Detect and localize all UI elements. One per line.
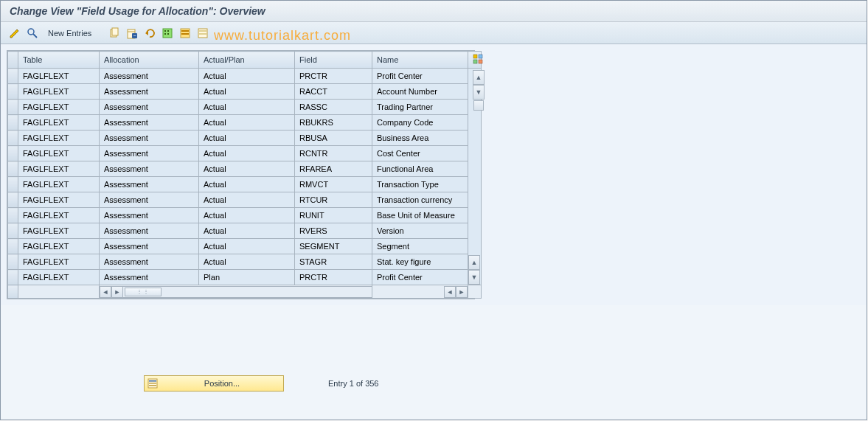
cell-allocation[interactable]: Assessment bbox=[100, 270, 199, 285]
vscroll-down-button[interactable]: ▼ bbox=[473, 85, 485, 100]
cell-field[interactable]: RUNIT bbox=[295, 208, 372, 223]
cell-name[interactable]: Trading Partner bbox=[372, 100, 468, 115]
row-selector[interactable] bbox=[8, 146, 18, 161]
column-header-table[interactable]: Table bbox=[18, 52, 100, 69]
cell-actual-plan[interactable]: Actual bbox=[199, 69, 295, 84]
cell-field[interactable]: RTCUR bbox=[295, 192, 372, 208]
cell-name[interactable]: Version bbox=[372, 223, 468, 239]
cell-name[interactable]: Cost Center bbox=[372, 146, 468, 161]
cell-table[interactable]: FAGLFLEXT bbox=[18, 69, 100, 84]
cell-actual-plan[interactable]: Actual bbox=[199, 223, 295, 239]
cell-table[interactable]: FAGLFLEXT bbox=[18, 100, 100, 115]
vscroll-thumb[interactable] bbox=[473, 100, 484, 111]
cell-name[interactable]: Business Area bbox=[372, 131, 468, 146]
cell-allocation[interactable]: Assessment bbox=[100, 239, 199, 254]
cell-name[interactable]: Segment bbox=[372, 239, 468, 254]
select-all-icon[interactable] bbox=[161, 27, 174, 40]
cell-actual-plan[interactable]: Actual bbox=[199, 208, 295, 223]
row-selector[interactable] bbox=[8, 223, 18, 239]
cell-allocation[interactable]: Assessment bbox=[100, 254, 199, 270]
row-selector[interactable] bbox=[8, 270, 18, 285]
cell-name[interactable]: Base Unit of Measure bbox=[372, 208, 468, 223]
row-selector[interactable] bbox=[8, 84, 18, 100]
cell-allocation[interactable]: Assessment bbox=[100, 192, 199, 208]
cell-field[interactable]: RACCT bbox=[295, 84, 372, 100]
select-block-icon[interactable] bbox=[178, 27, 192, 40]
column-header-allocation[interactable]: Allocation bbox=[100, 52, 199, 69]
row-selector[interactable] bbox=[8, 100, 18, 115]
cell-field[interactable]: RASSC bbox=[295, 100, 372, 115]
hscroll-right-button[interactable]: ► bbox=[111, 286, 123, 298]
hscroll-left-end-button[interactable]: ◄ bbox=[444, 286, 456, 298]
cell-actual-plan[interactable]: Actual bbox=[199, 239, 295, 254]
cell-field[interactable]: SEGMENT bbox=[295, 239, 372, 254]
cell-field[interactable]: RBUSA bbox=[295, 131, 372, 146]
new-entries-button[interactable]: New Entries bbox=[44, 27, 96, 39]
cell-table[interactable]: FAGLFLEXT bbox=[18, 177, 100, 192]
hscroll-right-end-button[interactable]: ► bbox=[456, 286, 468, 298]
column-header-name[interactable]: Name bbox=[372, 52, 468, 69]
cell-actual-plan[interactable]: Actual bbox=[199, 115, 295, 131]
cell-table[interactable]: FAGLFLEXT bbox=[18, 254, 100, 270]
cell-table[interactable]: FAGLFLEXT bbox=[18, 161, 100, 177]
cell-allocation[interactable]: Assessment bbox=[100, 115, 199, 131]
cell-actual-plan[interactable]: Actual bbox=[199, 177, 295, 192]
cell-field[interactable]: RBUKRS bbox=[295, 115, 372, 131]
cell-table[interactable]: FAGLFLEXT bbox=[18, 115, 100, 131]
cell-field[interactable]: RFAREA bbox=[295, 161, 372, 177]
row-selector[interactable] bbox=[8, 161, 18, 177]
cell-table[interactable]: FAGLFLEXT bbox=[18, 208, 100, 223]
cell-actual-plan[interactable]: Actual bbox=[199, 254, 295, 270]
cell-actual-plan[interactable]: Actual bbox=[199, 131, 295, 146]
row-selector[interactable] bbox=[8, 115, 18, 131]
cell-name[interactable]: Stat. key figure bbox=[372, 254, 468, 270]
cell-name[interactable]: Transaction Type bbox=[372, 177, 468, 192]
cell-allocation[interactable]: Assessment bbox=[100, 69, 199, 84]
column-header-field[interactable]: Field bbox=[295, 52, 372, 69]
cell-name[interactable]: Functional Area bbox=[372, 161, 468, 177]
cell-name[interactable]: Profit Center bbox=[372, 270, 468, 285]
column-header-actual-plan[interactable]: Actual/Plan bbox=[199, 52, 295, 69]
cell-actual-plan[interactable]: Actual bbox=[199, 146, 295, 161]
row-selector[interactable] bbox=[8, 131, 18, 146]
toggle-display-change-icon[interactable] bbox=[8, 27, 21, 40]
cell-allocation[interactable]: Assessment bbox=[100, 146, 199, 161]
cell-name[interactable]: Company Code bbox=[372, 115, 468, 131]
vscroll-down-page-button[interactable]: ▼ bbox=[468, 270, 480, 285]
cell-field[interactable]: PRCTR bbox=[295, 270, 372, 285]
cell-table[interactable]: FAGLFLEXT bbox=[18, 146, 100, 161]
cell-allocation[interactable]: Assessment bbox=[100, 100, 199, 115]
cell-actual-plan[interactable]: Actual bbox=[199, 100, 295, 115]
cell-field[interactable]: PRCTR bbox=[295, 69, 372, 84]
cell-actual-plan[interactable]: Plan bbox=[199, 270, 295, 285]
cell-field[interactable]: RMVCT bbox=[295, 177, 372, 192]
vscroll-up-button[interactable]: ▲ bbox=[473, 70, 485, 85]
row-selector[interactable] bbox=[8, 254, 18, 270]
cell-allocation[interactable]: Assessment bbox=[100, 208, 199, 223]
position-button[interactable]: Position... bbox=[144, 375, 284, 392]
cell-allocation[interactable]: Assessment bbox=[100, 177, 199, 192]
row-selector[interactable] bbox=[8, 192, 18, 208]
cell-table[interactable]: FAGLFLEXT bbox=[18, 192, 100, 208]
row-selector[interactable] bbox=[8, 177, 18, 192]
cell-name[interactable]: Transaction currency bbox=[372, 192, 468, 208]
table-settings-icon[interactable] bbox=[468, 52, 482, 69]
cell-table[interactable]: FAGLFLEXT bbox=[18, 84, 100, 100]
cell-table[interactable]: FAGLFLEXT bbox=[18, 131, 100, 146]
cell-table[interactable]: FAGLFLEXT bbox=[18, 239, 100, 254]
undo-icon[interactable] bbox=[143, 27, 156, 40]
cell-allocation[interactable]: Assessment bbox=[100, 84, 199, 100]
find-icon[interactable] bbox=[26, 27, 39, 40]
cell-name[interactable]: Account Number bbox=[372, 84, 468, 100]
cell-allocation[interactable]: Assessment bbox=[100, 161, 199, 177]
vscroll-up-page-button[interactable]: ▲ bbox=[468, 255, 480, 270]
row-selector[interactable] bbox=[8, 69, 18, 84]
cell-name[interactable]: Profit Center bbox=[372, 69, 468, 84]
hscroll-thumb[interactable]: ⋮⋮ bbox=[125, 288, 162, 296]
cell-field[interactable]: RVERS bbox=[295, 223, 372, 239]
cell-actual-plan[interactable]: Actual bbox=[199, 192, 295, 208]
cell-field[interactable]: STAGR bbox=[295, 254, 372, 270]
select-all-header[interactable] bbox=[8, 52, 18, 69]
cell-actual-plan[interactable]: Actual bbox=[199, 161, 295, 177]
cell-allocation[interactable]: Assessment bbox=[100, 131, 199, 146]
